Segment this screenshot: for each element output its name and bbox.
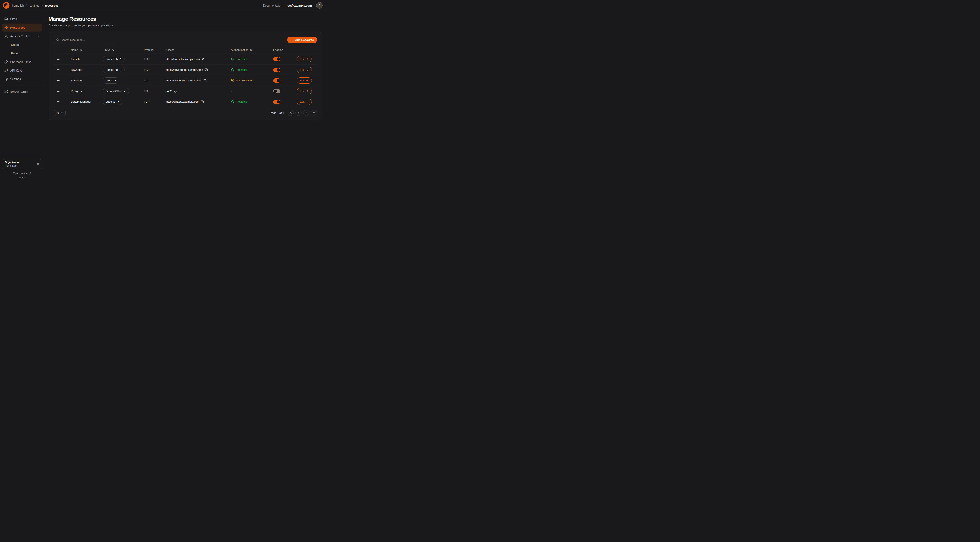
- plus-icon: [291, 38, 293, 41]
- sidebar-item-roles[interactable]: Roles: [2, 49, 42, 57]
- arrow-up-right-icon: [119, 69, 122, 71]
- page-size-select[interactable]: 20: [54, 110, 65, 116]
- edit-button[interactable]: Edit: [297, 67, 312, 73]
- sidebar-item-label: Users: [11, 43, 19, 46]
- sidebar-item-label: Shareable Links: [10, 60, 32, 64]
- chevrons-left-icon: [289, 112, 292, 114]
- pangolin-logo[interactable]: [3, 2, 10, 9]
- sidebar-bottom: Organization Home Lab Open Source v1.3.0: [0, 156, 44, 181]
- column-header-protocol: Protocol: [140, 48, 162, 51]
- edit-button[interactable]: Edit: [297, 56, 312, 62]
- sidebar-item-resources[interactable]: Resources: [2, 24, 42, 32]
- breadcrumb-settings[interactable]: settings: [29, 4, 39, 7]
- row-menu-button[interactable]: •••: [56, 67, 62, 73]
- page-subtitle: Create secure proxies to your private ap…: [49, 24, 322, 27]
- breadcrumb-current[interactable]: resources: [45, 4, 59, 7]
- sidebar-item-label: Access Control: [10, 35, 30, 38]
- resource-name: Postgres: [67, 89, 101, 92]
- edit-button[interactable]: Edit: [297, 88, 312, 94]
- column-header-site[interactable]: Site: [101, 48, 140, 51]
- row-menu-button[interactable]: •••: [56, 89, 62, 94]
- chevrons-up-down-icon: [37, 163, 40, 166]
- access-port: 5432: [166, 89, 172, 92]
- arrow-up-right-icon: [119, 58, 122, 60]
- first-page-button[interactable]: [288, 110, 294, 116]
- shield-check-icon: [231, 68, 234, 71]
- page-info: Page 1 of 1: [270, 112, 284, 115]
- enabled-toggle[interactable]: [273, 68, 280, 72]
- copy-button[interactable]: [202, 57, 205, 61]
- user-email[interactable]: joe@example.com: [286, 4, 312, 7]
- search-input[interactable]: [54, 37, 122, 43]
- table-row: ••• Immich Home Lab TCP https://immich.e…: [54, 54, 317, 64]
- add-resource-button[interactable]: Add Resource: [287, 37, 317, 43]
- previous-page-button[interactable]: [296, 110, 302, 116]
- combine-icon: [5, 18, 8, 21]
- organization-label: Organization: [5, 161, 20, 164]
- protocol-value: TCP: [140, 57, 162, 61]
- row-menu-button[interactable]: •••: [56, 78, 62, 83]
- table-row: ••• Battery Manager Edge 01 TCP https://…: [54, 96, 317, 107]
- users-icon: [5, 35, 8, 38]
- enabled-toggle[interactable]: [273, 57, 280, 61]
- chevron-right-icon: [305, 112, 308, 114]
- arrow-up-right-icon: [114, 79, 116, 82]
- open-source-link[interactable]: Open Source: [2, 172, 42, 175]
- chevron-down-icon: [37, 35, 40, 38]
- card-footer: 20 Page 1 of 1: [54, 110, 317, 116]
- sidebar-item-settings[interactable]: Settings: [2, 75, 42, 83]
- topbar-right: Documentation joe@example.com J: [263, 2, 323, 9]
- sidebar-item-sites[interactable]: Sites: [2, 15, 42, 23]
- main-content: Manage Resources Create secure proxies t…: [45, 11, 327, 181]
- column-header-authentication[interactable]: Authentication: [227, 48, 269, 51]
- waypoints-icon: [5, 26, 8, 29]
- breadcrumb-org[interactable]: home-lab: [12, 4, 24, 7]
- column-header-name[interactable]: Name: [67, 48, 101, 51]
- resource-name: Battery Manager: [67, 100, 101, 103]
- arrow-up-right-icon: [124, 90, 126, 92]
- access-url: https://authentik.example.com: [166, 79, 202, 82]
- last-page-button[interactable]: [311, 110, 317, 116]
- copy-button[interactable]: [205, 69, 208, 71]
- edit-button[interactable]: Edit: [297, 99, 312, 105]
- avatar[interactable]: J: [316, 2, 323, 9]
- site-link-button[interactable]: Edge 01: [103, 99, 122, 105]
- organization-selector[interactable]: Organization Home Lab: [2, 159, 42, 169]
- enabled-toggle[interactable]: [273, 78, 280, 83]
- auth-status: -: [227, 89, 269, 92]
- sidebar-item-users[interactable]: Users: [2, 41, 42, 49]
- next-page-button[interactable]: [303, 110, 309, 116]
- server-icon: [5, 90, 8, 93]
- row-menu-button[interactable]: •••: [56, 56, 62, 62]
- chevron-down-icon: [61, 112, 63, 114]
- copy-button[interactable]: [201, 100, 204, 103]
- access-url: https://bitwarden.example.com: [166, 68, 203, 71]
- copy-button[interactable]: [204, 79, 207, 82]
- site-link-button[interactable]: Second Office: [103, 88, 129, 94]
- row-menu-button[interactable]: •••: [56, 99, 62, 104]
- sort-icon: [80, 49, 82, 51]
- copy-button[interactable]: [173, 90, 177, 92]
- site-link-button[interactable]: Home Lab: [103, 56, 125, 62]
- arrow-right-icon: [306, 100, 309, 103]
- site-link-button[interactable]: Home Lab: [103, 67, 125, 73]
- sidebar-item-label: Roles: [11, 52, 19, 55]
- auth-status: Protected: [227, 68, 269, 71]
- site-link-button[interactable]: Office: [103, 78, 119, 84]
- sidebar-item-label: Sites: [10, 18, 17, 21]
- arrow-right-icon: [306, 79, 309, 82]
- enabled-toggle[interactable]: [273, 89, 280, 93]
- resources-card: Add Resource Name Site Protocol: [49, 32, 322, 120]
- search-icon: [56, 38, 59, 41]
- sidebar-item-label: Settings: [10, 78, 21, 81]
- copy-icon: [204, 79, 207, 82]
- sidebar-item-server-admin[interactable]: Server Admin: [2, 88, 42, 96]
- sidebar-item-api-keys[interactable]: API Keys: [2, 67, 42, 75]
- enabled-toggle[interactable]: [273, 100, 280, 104]
- edit-button[interactable]: Edit: [297, 78, 312, 84]
- page-title: Manage Resources: [49, 16, 322, 22]
- resources-table: Name Site Protocol Access Authenticati: [54, 46, 317, 107]
- sidebar-item-access-control[interactable]: Access Control: [2, 32, 42, 40]
- sidebar-item-shareable-links[interactable]: Shareable Links: [2, 58, 42, 66]
- documentation-link[interactable]: Documentation: [263, 4, 282, 7]
